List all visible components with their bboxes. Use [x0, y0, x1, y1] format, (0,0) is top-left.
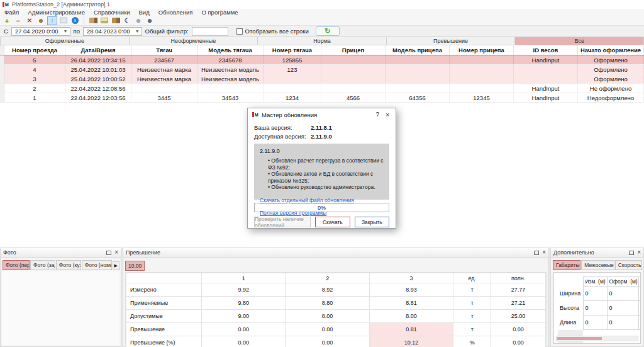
delete-icon[interactable]: ✕ [25, 16, 35, 25]
col-tractor-number[interactable]: Номер тягача [264, 45, 321, 55]
col-trailer-number[interactable]: Номер прицепа [450, 45, 514, 55]
float-panel-icon[interactable] [106, 251, 111, 255]
photo-panel-title: Фото [3, 249, 16, 256]
toolbar-separator [84, 17, 84, 25]
col-trailer-model[interactable]: Модель прицепа [386, 45, 450, 55]
excess-row-excess: Превышение 0.000.000.81т0.00 [126, 323, 546, 336]
menu-about[interactable]: О программе [197, 9, 242, 16]
available-version-label: Доступная версия: [254, 133, 311, 140]
date-to-combo[interactable]: 28.04.2023 0:00▼ [83, 27, 142, 36]
tab-norm[interactable]: Норма [258, 37, 387, 45]
tab-scroll-right-icon[interactable]: ▶ [113, 261, 119, 270]
tab-photo-rear[interactable]: Фото (задн.) [30, 260, 55, 270]
menu-administration[interactable]: Администрирование [23, 9, 89, 16]
row-header-strip [0, 45, 4, 55]
download-update-file-link[interactable]: Скачать отдельный файл обновления [260, 197, 384, 203]
table-row[interactable]: 526.04.2022 10:34:152345672345678125855H… [0, 55, 644, 65]
remove-icon[interactable]: − [13, 16, 23, 25]
col-tractor-model[interactable]: Модель тягача [197, 45, 264, 55]
table-row[interactable]: 222.04.2022 12:08:56HandInputНе оформлен… [0, 84, 644, 93]
dimensions-table: Изм. (м) Оформ. (м) Доп. (м Ширина 002,5… [558, 276, 641, 330]
chevron-down-icon: ▼ [64, 29, 68, 33]
close-panel-icon[interactable]: × [637, 249, 641, 256]
col-scale-id[interactable]: ID весов [514, 45, 578, 55]
tab-unprocessed[interactable]: Неоформленные [130, 37, 258, 45]
note-item: Обновление актов и БД в соответствии с п… [268, 171, 384, 184]
tab-excess[interactable]: Превышение [387, 37, 516, 45]
col-tractor[interactable]: Тягач [131, 45, 197, 55]
cargo-truck-icon[interactable] [111, 16, 121, 25]
dialog-icon: М [252, 111, 259, 118]
info-icon[interactable]: i [70, 16, 80, 25]
tab-photo-body[interactable]: Фото (кузов) [56, 260, 81, 270]
col-datetime[interactable]: Дата/Время [65, 45, 131, 55]
close-panel-icon[interactable]: × [542, 249, 546, 256]
tab-all[interactable]: Все [515, 37, 644, 45]
date-from-combo[interactable]: 27.04.2020 0:00▼ [11, 27, 70, 36]
photo-view [2, 271, 119, 345]
scrollbar-thumb[interactable] [557, 337, 602, 340]
check-updates-button: Проверить наличие обновлений [254, 217, 311, 227]
your-version-value: 2.11.8.1 [311, 124, 332, 131]
notes-version: 2.11.9.0 [260, 148, 384, 154]
arrow-up-icon[interactable]: ↑ [47, 16, 57, 25]
truck-icon[interactable] [88, 16, 98, 25]
excess-panel-title: Превышение [126, 249, 160, 256]
date-to-label: по [74, 28, 80, 35]
close-icon[interactable]: × [384, 111, 391, 118]
user-edit-icon[interactable]: ☻ [36, 16, 46, 25]
view-tab-bar: Оформленные Неоформленные Норма Превышен… [0, 37, 644, 45]
chevron-down-icon: ▼ [135, 29, 140, 33]
highlighted-cell: 0.81 [369, 323, 453, 336]
close-button[interactable]: Закрыть [355, 217, 389, 227]
menu-updates[interactable]: Обновления [154, 9, 197, 16]
tab-axles[interactable]: Межосевые [581, 260, 614, 270]
col-trailer[interactable]: Прицеп [321, 45, 386, 55]
horizontal-scrollbar[interactable] [556, 336, 638, 341]
note-item: Обновлено руководство администратора. [268, 184, 384, 191]
col-processing-started[interactable]: Начато оформление [578, 45, 644, 55]
float-panel-icon[interactable] [534, 251, 539, 255]
photo-icon[interactable] [99, 16, 109, 25]
show-all-rows-label: Отобразить все строки [245, 28, 309, 35]
help-icon[interactable]: ? [374, 111, 382, 118]
show-all-rows-checkbox[interactable] [236, 28, 243, 35]
dim-row-length: Длина 0012 [558, 316, 641, 330]
update-wizard-dialog: М Мастер обновления ? × Ваша версия: 2.1… [247, 108, 396, 229]
available-version-value: 2.11.9.0 [311, 133, 332, 140]
phone-icon[interactable]: ☾ [122, 16, 132, 25]
menu-directories[interactable]: Справочники [89, 9, 135, 16]
close-panel-icon[interactable]: × [114, 249, 118, 256]
show-all-rows-option[interactable]: Отобразить все строки [236, 28, 309, 35]
tab-photo-plate[interactable]: Фото (номер пе [82, 260, 112, 270]
menu-file[interactable]: Файл [0, 9, 23, 16]
table-row[interactable]: 425.04.2022 10:01:03Неизвестная маркаНеи… [0, 65, 644, 74]
col-pass-number[interactable]: Номер проезда [4, 45, 65, 55]
user-icon[interactable]: ☻ [133, 16, 143, 25]
add-icon[interactable]: + [2, 16, 12, 25]
app-window: М PlatformsStation_2 [Администратор] 1 Ф… [0, 0, 644, 347]
excess-row-allowed: Допустимые 9.008.008.00т25.00 [126, 310, 546, 323]
tab-speed[interactable]: Скорость [615, 260, 642, 270]
table-row[interactable]: 325.04.2022 10:00:52Неизвестная маркаНеи… [0, 74, 644, 84]
monitor-icon[interactable] [58, 16, 69, 25]
your-version-label: Ваша версия: [254, 124, 311, 131]
table-row[interactable]: 122.04.2022 12:03:5634453454312344566643… [0, 93, 644, 103]
tab-excess-10[interactable]: 10.00 [125, 261, 145, 271]
tab-dimensions[interactable]: Габариты [553, 260, 580, 270]
download-button[interactable]: Скачать [315, 217, 350, 227]
common-filter-input[interactable] [192, 27, 228, 36]
tab-processed[interactable]: Оформленные [0, 37, 130, 45]
dim-row-height: Высота 004 [558, 301, 641, 316]
date-from-label: С [4, 28, 8, 35]
note-item: Обновлен расчет перегруза в соответствии… [268, 157, 384, 171]
photo-tab-bar: Фото (перед.) Фото (задн.) Фото (кузов) … [1, 258, 121, 270]
app-icon: М [3, 1, 9, 8]
refresh-button[interactable]: ↻ [316, 26, 340, 36]
operator-icon[interactable]: ☻ [145, 16, 155, 25]
table-header-row: Номер проезда Дата/Время Тягач Модель тя… [0, 45, 644, 55]
float-panel-icon[interactable] [629, 251, 634, 255]
window-title: PlatformsStation_2 [Администратор] 1 [12, 1, 110, 8]
tab-photo-front[interactable]: Фото (перед.) [3, 260, 30, 270]
menu-view[interactable]: Вид [135, 9, 154, 16]
